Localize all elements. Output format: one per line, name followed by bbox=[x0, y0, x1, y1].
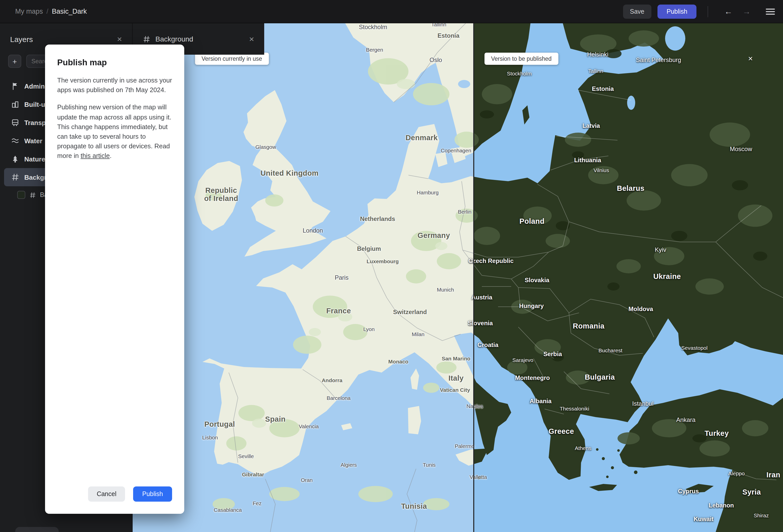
map-label: Oslo bbox=[430, 57, 442, 64]
tab-close-icon[interactable]: × bbox=[249, 35, 254, 43]
map-label: Switzerland bbox=[393, 309, 427, 316]
map-label: Kuwait bbox=[694, 516, 714, 523]
modal-publish-button[interactable]: Publish bbox=[133, 487, 172, 502]
bus-icon bbox=[11, 119, 19, 127]
layers-panel-close-icon[interactable]: × bbox=[117, 35, 122, 43]
compare-divider-handle[interactable] bbox=[473, 23, 474, 532]
map-label: Slovakia bbox=[525, 277, 549, 284]
map-label: Tunis bbox=[423, 462, 436, 468]
map-label: Berlin bbox=[458, 209, 471, 215]
map-label: Tallinn bbox=[588, 68, 603, 74]
map-label: Bulgaria bbox=[585, 373, 615, 381]
grid-icon bbox=[11, 173, 19, 181]
this-article-link[interactable]: this article bbox=[81, 152, 109, 160]
map-label: Lyon bbox=[364, 326, 375, 333]
map-label: Belgium bbox=[357, 246, 381, 253]
tab-background-label: Background bbox=[155, 35, 193, 43]
map-label: Hungary bbox=[519, 303, 543, 310]
map-label: Casablanca bbox=[214, 507, 242, 513]
sidebar-bottom-button[interactable] bbox=[15, 527, 59, 532]
map-label: Paris bbox=[335, 275, 349, 281]
modal-title: Publish map bbox=[57, 58, 172, 67]
map-label: Gibraltar bbox=[242, 472, 264, 478]
map-label: Sarajevo bbox=[512, 357, 533, 364]
compare-close-icon[interactable]: × bbox=[748, 55, 753, 63]
map-label: San Marino bbox=[442, 356, 470, 362]
grid-icon bbox=[29, 192, 36, 198]
grid-icon bbox=[143, 35, 150, 43]
map-label: Tallinn bbox=[431, 23, 446, 28]
map-label: Andorra bbox=[322, 378, 342, 384]
map-label: Latvia bbox=[582, 123, 600, 130]
map-label: Lebanon bbox=[709, 502, 734, 509]
map-label: Ankara bbox=[676, 417, 695, 424]
map-label: Germany bbox=[417, 231, 450, 240]
map-label: Czech Republic bbox=[468, 258, 514, 265]
map-label: Romania bbox=[573, 322, 604, 330]
map-label: Seville bbox=[238, 453, 254, 460]
map-label: Italy bbox=[448, 374, 464, 382]
layer-label: Water bbox=[24, 137, 42, 145]
map-label: Helsinki bbox=[587, 51, 608, 58]
undo-back-icon[interactable]: ← bbox=[719, 7, 738, 16]
map-label: Stockholm bbox=[507, 71, 532, 77]
modal-paragraph-2-period: . bbox=[110, 152, 112, 160]
map-label: Slovenia bbox=[468, 320, 493, 327]
layer-color-swatch[interactable] bbox=[17, 191, 25, 199]
map-label: Luxembourg bbox=[367, 259, 399, 265]
map-label: Turkey bbox=[704, 429, 729, 437]
map-label: Vilnius bbox=[593, 167, 609, 174]
flag-icon bbox=[11, 82, 19, 90]
modal-paragraph-2-text: Publishing new version of the map will u… bbox=[57, 103, 171, 160]
map-label: Greece bbox=[549, 427, 574, 435]
map-label: Oran bbox=[301, 477, 313, 483]
map-label: Palermo bbox=[455, 443, 474, 449]
menu-icon[interactable] bbox=[766, 8, 775, 14]
publish-modal: Publish map The version currently in use… bbox=[45, 44, 184, 514]
map-label: Kyiv bbox=[655, 247, 666, 254]
map-label: Vatican City bbox=[440, 387, 470, 393]
version-published-badge: Version to be published bbox=[484, 53, 558, 65]
breadcrumb-separator: / bbox=[46, 8, 49, 15]
map-label: Republic of Ireland bbox=[204, 186, 239, 203]
map-label: Milan bbox=[412, 332, 425, 338]
map-label: London bbox=[303, 227, 323, 234]
map-labels: StockholmTallinnEstoniaBergenOsloGlasgow… bbox=[133, 23, 783, 532]
map-label: Bergen bbox=[366, 47, 383, 53]
modal-actions: Cancel Publish bbox=[88, 487, 172, 502]
redo-forward-icon[interactable]: → bbox=[738, 7, 756, 16]
buildings-icon bbox=[11, 100, 19, 108]
map-label: United Kingdom bbox=[260, 169, 319, 177]
save-button[interactable]: Save bbox=[623, 4, 651, 19]
tree-icon bbox=[11, 155, 19, 163]
map-label: Stockholm bbox=[359, 24, 387, 31]
publish-button[interactable]: Publish bbox=[657, 4, 696, 19]
map-label: Valencia bbox=[299, 424, 319, 430]
map-label: Copenhagen bbox=[441, 148, 471, 154]
breadcrumb-parent[interactable]: My maps bbox=[15, 8, 43, 15]
map-label: Lithuania bbox=[574, 157, 601, 164]
map-label: Fez bbox=[253, 501, 261, 507]
map-canvas[interactable]: StockholmTallinnEstoniaBergenOsloGlasgow… bbox=[133, 23, 783, 532]
map-label: France bbox=[326, 307, 351, 315]
breadcrumb: My maps / Basic_Dark bbox=[0, 8, 87, 15]
map-label: Valletta bbox=[470, 474, 487, 480]
map-label: Albania bbox=[530, 398, 552, 405]
cancel-button[interactable]: Cancel bbox=[88, 487, 125, 502]
add-layer-button[interactable]: + bbox=[8, 55, 21, 68]
layer-label: Nature bbox=[24, 155, 45, 163]
map-label: Thessaloniki bbox=[560, 406, 589, 412]
map-label: Poland bbox=[519, 217, 544, 225]
map-label: Belarus bbox=[617, 184, 644, 192]
topbar-divider bbox=[708, 6, 708, 17]
breadcrumb-current: Basic_Dark bbox=[52, 8, 87, 15]
map-label: Monaco bbox=[388, 359, 408, 365]
map-label: Denmark bbox=[406, 134, 438, 142]
map-label: Austria bbox=[471, 294, 493, 301]
map-label: Estonia bbox=[592, 86, 614, 93]
map-label: Spain bbox=[265, 415, 286, 423]
map-label: Croatia bbox=[477, 342, 499, 349]
map-label: Naples bbox=[466, 403, 483, 409]
map-label: Montenegro bbox=[515, 375, 550, 382]
map-label: Portugal bbox=[205, 420, 235, 428]
